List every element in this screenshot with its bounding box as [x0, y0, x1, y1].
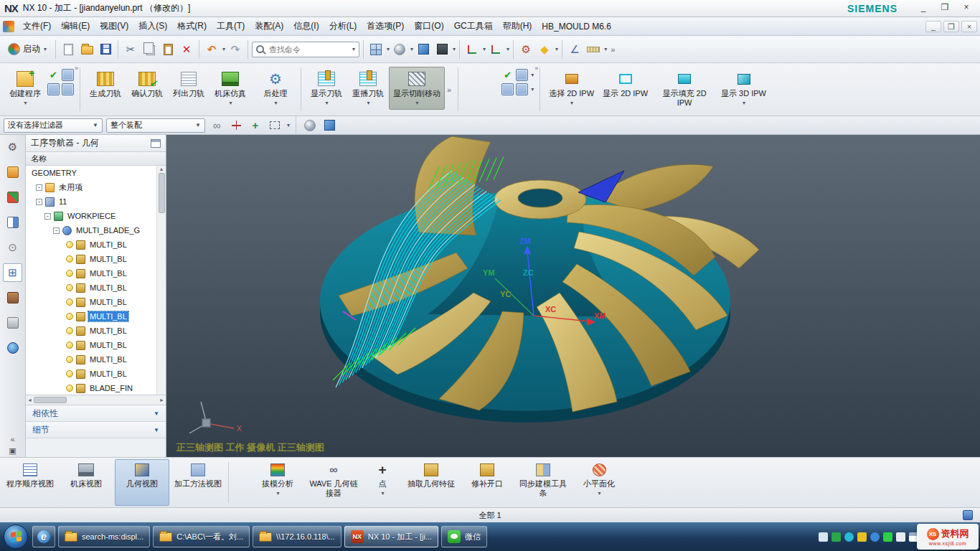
replay-toolpath-button[interactable]: 重播刀轨 ▾: [347, 67, 389, 110]
taskbar-button-abc-folder[interactable]: C:\ABC\一看。刘...: [153, 526, 250, 547]
snap-chevron-icon[interactable]: ▾: [555, 46, 558, 52]
collapse-node-icon[interactable]: -: [36, 184, 42, 191]
tray-qq-icon[interactable]: [870, 532, 880, 542]
menu-help[interactable]: 帮助(H): [498, 18, 537, 34]
hscroll-thumb[interactable]: [34, 397, 67, 403]
wave-linker-button[interactable]: ∞ WAVE 几何链接器: [306, 459, 361, 506]
taskbar-button-network-folder[interactable]: \\172.16.0.118\...: [253, 526, 341, 547]
rectangle-select-icon[interactable]: [267, 118, 283, 133]
geometry-view-button[interactable]: 几何视图: [115, 459, 169, 506]
tree-row-geometry[interactable]: GEOMETRY: [26, 166, 156, 180]
highlight-link-icon[interactable]: ∞: [209, 118, 225, 133]
workpiece-overflow-chevron[interactable]: »: [534, 65, 538, 72]
navigator-hscrollbar[interactable]: ◄ ►: [26, 395, 166, 405]
menu-file[interactable]: 文件(F): [18, 18, 56, 34]
menu-gc-toolbox[interactable]: GC工具箱: [449, 18, 498, 34]
move-object-icon[interactable]: ⚙: [517, 41, 534, 58]
window-restore-button[interactable]: ❐: [936, 2, 954, 14]
render-style-icon[interactable]: [391, 41, 408, 58]
create-tool-icon[interactable]: [47, 83, 60, 95]
background-chevron-icon[interactable]: ▾: [453, 46, 456, 52]
tree-row-operation-selected[interactable]: MULTI_BL: [26, 309, 156, 324]
create-method-icon[interactable]: [62, 83, 74, 95]
csys-chevron-icon[interactable]: ▾: [483, 46, 486, 52]
taskbar-button-search-folder[interactable]: search-ms:displ...: [58, 526, 150, 547]
part-navigator-icon[interactable]: [3, 213, 22, 232]
tray-wechat-icon[interactable]: [883, 532, 892, 542]
display-overflow-chevron[interactable]: »: [445, 85, 453, 94]
measure-angle-icon[interactable]: ∠: [566, 41, 583, 58]
tree-row-operation[interactable]: MULTI_BL: [26, 324, 156, 338]
graphics-viewport[interactable]: ZM YM ZC YC XC XM X 正三轴测图 工作 摄像机 正三轴测图: [166, 135, 980, 457]
doc-restore-button[interactable]: ❐: [943, 21, 959, 32]
navigator-column-header[interactable]: 名称: [26, 152, 166, 166]
details-section-header[interactable]: 细节 ▼: [26, 422, 166, 438]
roles-gear-icon[interactable]: ⚙: [3, 138, 22, 156]
redo-icon[interactable]: ↷: [227, 41, 244, 58]
collapse-node-icon[interactable]: -: [53, 227, 60, 234]
taskbar-button-nx[interactable]: NX NX 10 - 加工 - [ji...: [344, 526, 438, 547]
measure-distance-icon[interactable]: [585, 41, 602, 58]
enable-snap-icon[interactable]: +: [248, 118, 263, 133]
start-menu-button[interactable]: 启动 ▾: [3, 40, 52, 58]
undo-icon[interactable]: ↶: [203, 41, 220, 58]
tree-row-multi-blade-geom[interactable]: - MULTI_BLADE_G: [26, 223, 156, 237]
menu-analysis[interactable]: 分析(L): [324, 18, 362, 34]
snap-point-icon[interactable]: ◆: [536, 41, 553, 58]
menu-hb-mould[interactable]: HB_MOULD M6.6: [537, 19, 616, 34]
tray-update-icon[interactable]: [857, 532, 867, 542]
show-toolpath-button[interactable]: 显示刀轨 ▾: [306, 67, 347, 110]
tree-row-operation[interactable]: MULTI_BL: [26, 266, 156, 281]
create-operation-check-icon[interactable]: ✔: [47, 69, 60, 81]
tree-row-operation[interactable]: MULTI_BL: [26, 338, 156, 352]
tray-volume-icon[interactable]: [896, 532, 905, 542]
workpiece-grid-icon-2[interactable]: [501, 83, 514, 95]
machine-simulation-button[interactable]: 机床仿真 ▾: [209, 67, 251, 110]
measure-chevron-icon[interactable]: ▾: [604, 46, 607, 52]
group-overflow-chevron[interactable]: »: [75, 65, 78, 72]
navigator-undock-icon[interactable]: [151, 139, 161, 148]
select-chevron-icon[interactable]: ▾: [287, 122, 290, 128]
undo-chevron-icon[interactable]: ▾: [222, 46, 225, 52]
search-chevron-icon[interactable]: ▾: [352, 46, 355, 52]
navigator-vscrollbar[interactable]: ▲: [156, 166, 166, 395]
menu-assembly[interactable]: 装配(A): [250, 18, 288, 34]
wireframe-view-icon[interactable]: [321, 118, 337, 133]
menu-preferences[interactable]: 首选项(P): [362, 18, 409, 34]
menu-window[interactable]: 窗口(O): [409, 18, 448, 34]
postprocess-button[interactable]: ⚙ 后处理 ▾: [255, 67, 296, 110]
tray-cloud-icon[interactable]: [844, 532, 854, 542]
draft-analysis-button[interactable]: 拔模分析 ▾: [250, 459, 305, 506]
select-2d-ipw-button[interactable]: 选择 2D IPW ▾: [545, 67, 598, 110]
dependencies-section-header[interactable]: 相依性 ▼: [26, 405, 166, 422]
delete-icon[interactable]: ✕: [178, 41, 195, 58]
process-assistant-icon[interactable]: [3, 314, 22, 332]
menu-information[interactable]: 信息(I): [288, 18, 324, 34]
menu-tools[interactable]: 工具(T): [212, 18, 250, 34]
menu-insert[interactable]: 插入(S): [133, 18, 172, 34]
sync-modeling-button[interactable]: 同步建模工具条: [516, 459, 570, 506]
window-close-button[interactable]: ×: [957, 2, 976, 14]
facet-button[interactable]: 小平面化 ▾: [572, 459, 626, 506]
selection-scope-dropdown[interactable]: 整个装配 ▼: [106, 118, 205, 133]
status-tray-icon[interactable]: [963, 510, 973, 520]
internet-icon[interactable]: [3, 339, 22, 357]
workpiece-grid-icon-1[interactable]: [516, 69, 528, 81]
doc-minimize-button[interactable]: _: [925, 21, 941, 32]
collapse-node-icon[interactable]: -: [44, 213, 51, 220]
pin-strip-icon[interactable]: ▣: [9, 446, 16, 456]
collapse-node-icon[interactable]: -: [36, 199, 42, 205]
workpiece-grid-icon-3[interactable]: [516, 83, 528, 95]
tree-row-operation[interactable]: MULTI_BL: [26, 281, 156, 295]
orient-chevron-icon[interactable]: ▾: [507, 46, 509, 52]
view-cube-icon[interactable]: [415, 41, 432, 58]
workpiece-check-icon[interactable]: ✔: [501, 69, 514, 81]
collapse-strip-icon[interactable]: «: [10, 435, 14, 443]
window-minimize-button[interactable]: _: [914, 2, 933, 14]
vscroll-thumb[interactable]: [159, 173, 165, 213]
open-file-icon[interactable]: [78, 41, 95, 58]
tree-row-unused[interactable]: - 未用项: [26, 180, 156, 194]
constraint-navigator-icon[interactable]: [3, 188, 22, 207]
tree-row-operation[interactable]: MULTI_BL: [26, 295, 156, 309]
start-button[interactable]: [4, 524, 28, 549]
